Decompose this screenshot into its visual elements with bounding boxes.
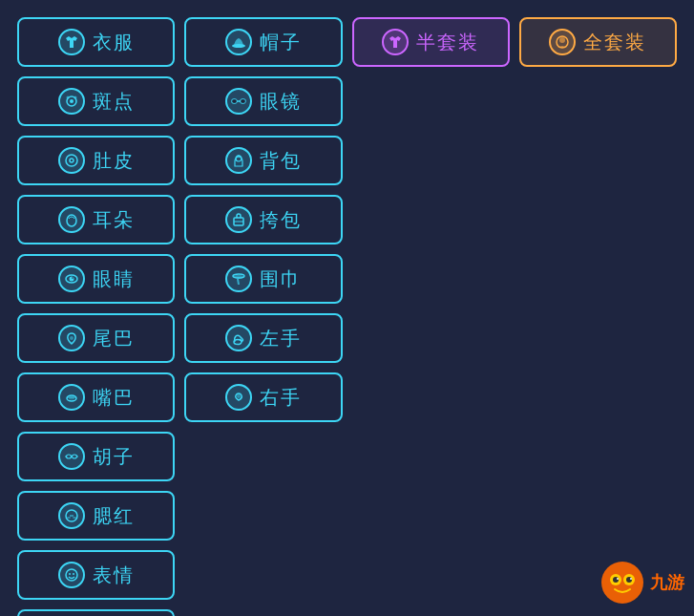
skin-button[interactable]: 皮肤 [17,609,175,616]
ears-icon [58,206,85,233]
beard-label: 胡子 [93,444,135,470]
svg-point-5 [66,96,69,99]
svg-point-47 [617,578,619,580]
mouth-button[interactable]: 嘴巴 [17,372,175,422]
clothes-button[interactable]: 衣服 [17,17,175,67]
svg-point-13 [70,159,74,162]
blush-button[interactable]: 腮红 [17,491,175,541]
svg-point-27 [237,394,241,398]
half-set-icon [382,29,409,55]
mouth-icon [58,384,85,411]
svg-point-2 [559,37,565,43]
button-grid: 衣服 帽子 半套装 全套装 [0,0,694,616]
glasses-button[interactable]: 眼镜 [184,76,342,126]
backpack-label: 背包 [260,148,302,174]
svg-point-46 [626,577,632,583]
bag-button[interactable]: 挎包 [184,195,342,244]
watermark-text: 九游 [650,571,684,594]
clothes-label: 衣服 [93,30,135,55]
eyes-label: 眼睛 [93,266,135,292]
belly-icon [58,147,85,174]
svg-point-42 [601,562,643,604]
expression-button[interactable]: 表情 [17,550,175,600]
belly-label: 肚皮 [93,148,135,174]
svg-point-38 [69,573,71,575]
clothes-icon [58,29,85,55]
expression-icon [58,562,85,588]
left-hand-button[interactable]: 左手 [184,313,342,363]
bag-label: 挎包 [260,207,302,233]
spots-icon [58,88,85,115]
hat-icon [225,29,252,55]
svg-rect-10 [232,99,237,103]
mouth-label: 嘴巴 [93,385,135,411]
eyes-icon [58,266,85,292]
half-set-label: 半套装 [416,30,479,55]
svg-point-19 [69,277,74,282]
expression-label: 表情 [93,563,135,588]
full-set-icon [549,29,576,55]
ears-label: 耳朵 [93,207,135,233]
scarf-button[interactable]: 围巾 [184,254,342,304]
blush-icon [58,502,85,529]
half-set-button[interactable]: 半套装 [352,17,510,67]
svg-point-39 [73,573,74,575]
jiuyou-logo [599,559,646,606]
svg-point-45 [613,577,619,583]
tail-icon [58,325,85,351]
belly-button[interactable]: 肚皮 [17,136,175,185]
right-hand-label: 右手 [260,385,302,411]
svg-point-23 [234,340,242,345]
svg-rect-11 [241,99,245,103]
left-hand-label: 左手 [260,326,302,351]
tail-label: 尾巴 [93,326,135,351]
svg-point-4 [70,99,74,103]
bag-icon [225,206,252,233]
full-set-button[interactable]: 全套装 [519,17,677,67]
scarf-icon [225,266,252,292]
svg-point-29 [72,455,76,458]
ears-button[interactable]: 耳朵 [17,195,175,244]
tail-button[interactable]: 尾巴 [17,313,175,363]
left-hand-icon [225,325,252,351]
svg-point-35 [73,517,76,519]
svg-point-6 [74,96,76,99]
svg-point-28 [66,455,71,458]
scarf-label: 围巾 [260,266,302,292]
eyes-button[interactable]: 眼睛 [17,254,175,304]
backpack-icon [225,147,252,174]
blush-label: 腮红 [93,503,135,529]
watermark: 九游 [599,559,684,606]
beard-icon [58,443,85,470]
svg-point-20 [72,277,74,279]
right-hand-icon [225,384,252,411]
svg-point-12 [66,155,77,166]
svg-point-22 [70,336,74,340]
backpack-button[interactable]: 背包 [184,136,342,185]
beard-button[interactable]: 胡子 [17,432,175,481]
hat-button[interactable]: 帽子 [184,17,342,67]
right-hand-button[interactable]: 右手 [184,372,342,422]
spots-button[interactable]: 斑点 [17,76,175,126]
full-set-label: 全套装 [583,30,646,55]
glasses-label: 眼镜 [260,89,302,115]
glasses-icon [225,88,252,115]
spots-label: 斑点 [93,89,135,115]
svg-point-34 [67,517,71,519]
svg-point-48 [630,578,632,580]
hat-label: 帽子 [260,30,302,55]
